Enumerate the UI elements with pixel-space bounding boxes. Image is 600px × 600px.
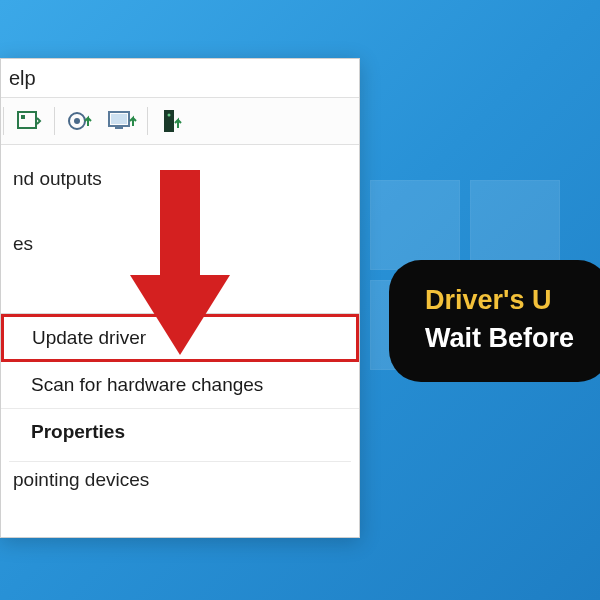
toolbar-scan-hardware-icon[interactable] [12,104,46,138]
tree-item-es[interactable]: es [9,226,351,261]
toolbar [1,97,359,145]
device-tree-lower: pointing devices [1,455,359,505]
menu-help[interactable]: elp [9,67,36,90]
caption-badge: Driver's U Wait Before [389,260,600,382]
svg-rect-5 [111,114,127,124]
svg-point-8 [168,114,171,117]
toolbar-device-icon[interactable] [156,104,190,138]
device-tree: nd outputs es [1,145,359,269]
toolbar-separator [147,107,148,135]
svg-rect-0 [18,112,36,128]
menubar: elp [1,59,359,97]
caption-line-1: Driver's U [425,282,574,320]
context-scan-hardware[interactable]: Scan for hardware changes [1,362,359,409]
tree-item-pointing-devices[interactable]: pointing devices [9,461,351,497]
caption-line-2: Wait Before [425,320,574,358]
toolbar-separator [3,107,4,135]
context-menu: Update driver Scan for hardware changes … [1,313,359,455]
svg-rect-6 [115,126,123,129]
svg-rect-1 [21,115,25,119]
svg-rect-7 [164,110,174,132]
toolbar-uninstall-device-icon[interactable] [105,104,139,138]
context-properties[interactable]: Properties [1,409,359,455]
toolbar-separator [54,107,55,135]
svg-point-3 [74,118,80,124]
device-manager-window: elp [0,58,360,538]
toolbar-update-driver-icon[interactable] [63,104,97,138]
context-update-driver[interactable]: Update driver [1,314,359,362]
tree-item-outputs[interactable]: nd outputs [9,161,351,196]
